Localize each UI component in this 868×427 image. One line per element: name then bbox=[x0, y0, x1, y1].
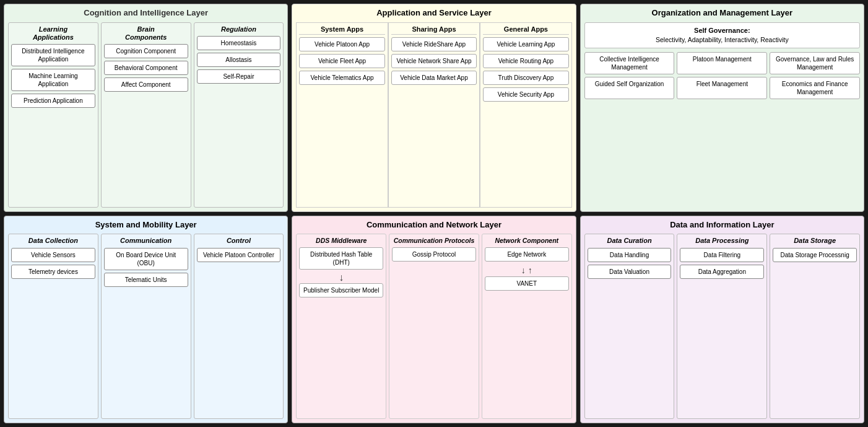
general-apps-column: General Apps Vehicle Learning App Vehicl… bbox=[480, 22, 571, 208]
cognition-layer: Cognition and Intelligence Layer Learnin… bbox=[4, 4, 288, 212]
data-valuation-item: Data Valuation bbox=[588, 265, 672, 279]
economics-finance-item: Economics and Finance Management bbox=[770, 77, 860, 99]
learning-applications-column: LearningApplications Distributed Intelli… bbox=[8, 22, 98, 208]
communication-header: Communication bbox=[104, 237, 188, 245]
data-processing-column: Data Processing Data Filtering Data Aggr… bbox=[677, 234, 767, 419]
vehicle-security-app-item: Vehicle Security App bbox=[483, 87, 568, 102]
data-title: Data and Information Layer bbox=[584, 220, 860, 231]
org-grid: Collective Intelligence Management Plato… bbox=[584, 52, 860, 99]
system-layer: System and Mobility Layer Data Collectio… bbox=[4, 216, 288, 424]
machine-learning-item: Machine Learning Application bbox=[11, 69, 95, 91]
publisher-subscriber-item: Publisher Subscriber Model bbox=[299, 283, 383, 297]
comm-columns: DDS Middleware Distributed Hash Table (D… bbox=[296, 234, 571, 419]
sharing-apps-column: Sharing Apps Vehicle RideShare App Vehic… bbox=[388, 22, 480, 208]
truth-discovery-app-item: Truth Discovery App bbox=[483, 71, 568, 85]
system-apps-column: System Apps Vehicle Platoon App Vehicle … bbox=[296, 22, 388, 208]
control-header: Control bbox=[197, 237, 281, 245]
communication-layer: Communication and Network Layer DDS Midd… bbox=[292, 216, 576, 424]
allostasis-item: Allostasis bbox=[197, 53, 281, 67]
data-processing-header: Data Processing bbox=[680, 237, 764, 245]
guided-self-org-item: Guided Self Organization bbox=[584, 77, 675, 99]
data-collection-column: Data Collection Vehicle Sensors Telemetr… bbox=[8, 234, 98, 419]
vehicle-network-share-item: Vehicle Network Share App bbox=[391, 54, 477, 68]
system-title: System and Mobility Layer bbox=[8, 220, 284, 231]
comm-protocols-header: Communication Protocols bbox=[392, 237, 476, 245]
gossip-protocol-item: Gossip Protocol bbox=[392, 247, 476, 262]
self-governance-box: Self Governance: Selectivity, Adaptabili… bbox=[584, 22, 860, 48]
application-title: Application and Service Layer bbox=[296, 8, 571, 19]
brain-components-column: BrainComponents Cognition Component Beha… bbox=[101, 22, 191, 208]
telemetry-devices-item: Telemetry devices bbox=[11, 265, 95, 279]
vehicle-sensors-item: Vehicle Sensors bbox=[11, 248, 95, 262]
data-curation-column: Data Curation Data Handling Data Valuati… bbox=[584, 234, 675, 419]
bidirectional-arrow-icon: ↓ ↑ bbox=[485, 265, 569, 275]
vehicle-telematics-app-item: Vehicle Telematics App bbox=[299, 71, 384, 85]
behavioral-component-item: Behavioral Component bbox=[104, 61, 188, 75]
regulation-column: Regulation Homeostasis Allostasis Self-R… bbox=[194, 22, 284, 208]
data-storage-column: Data Storage Data Storage Processnig bbox=[770, 234, 860, 419]
vehicle-learning-app-item: Vehicle Learning App bbox=[483, 37, 568, 51]
application-columns: System Apps Vehicle Platoon App Vehicle … bbox=[296, 22, 571, 208]
distributed-intelligence-item: Distributed Intelligence Application bbox=[11, 44, 95, 66]
homeostasis-item: Homeostasis bbox=[197, 36, 281, 50]
dht-item: Distributed Hash Table (DHT) bbox=[299, 247, 383, 270]
data-storage-header: Data Storage bbox=[773, 237, 857, 245]
obu-item: On Board Device Unit (OBU) bbox=[104, 248, 188, 270]
network-component-header: Network Component bbox=[485, 237, 569, 245]
learning-applications-header: LearningApplications bbox=[11, 25, 95, 42]
organization-title: Organization and Management Layer bbox=[584, 8, 860, 19]
collective-intelligence-item: Collective Intelligence Management bbox=[584, 52, 675, 74]
data-collection-header: Data Collection bbox=[11, 237, 95, 245]
fleet-management-item: Fleet Management bbox=[677, 77, 767, 99]
data-filtering-item: Data Filtering bbox=[680, 248, 764, 262]
communication-title: Communication and Network Layer bbox=[296, 220, 571, 231]
vehicle-rideshare-item: Vehicle RideShare App bbox=[391, 37, 477, 51]
system-apps-header: System Apps bbox=[299, 25, 384, 35]
vehicle-platoon-app-item: Vehicle Platoon App bbox=[299, 37, 384, 51]
data-layer: Data and Information Layer Data Curation… bbox=[580, 216, 864, 424]
vehicle-fleet-app-item: Vehicle Fleet App bbox=[299, 54, 384, 68]
comm-protocols-column: Communication Protocols Gossip Protocol bbox=[389, 234, 479, 419]
general-apps-header: General Apps bbox=[483, 25, 568, 35]
prediction-item: Prediction Application bbox=[11, 94, 95, 108]
system-columns: Data Collection Vehicle Sensors Telemetr… bbox=[8, 234, 284, 419]
vehicle-data-market-item: Vehicle Data Market App bbox=[391, 71, 477, 85]
data-handling-item: Data Handling bbox=[588, 248, 672, 262]
governance-text: Selectivity, Adaptability, Interactivity… bbox=[656, 36, 789, 43]
sharing-apps-header: Sharing Apps bbox=[391, 25, 477, 35]
down-arrow-icon: ↓ bbox=[299, 273, 383, 283]
cognition-columns: LearningApplications Distributed Intelli… bbox=[8, 22, 284, 208]
brain-components-header: BrainComponents bbox=[104, 25, 188, 42]
regulation-header: Regulation bbox=[197, 25, 281, 33]
communication-column: Communication On Board Device Unit (OBU)… bbox=[101, 234, 191, 419]
self-repair-item: Self-Repair bbox=[197, 69, 281, 84]
data-curation-header: Data Curation bbox=[588, 237, 672, 245]
network-component-column: Network Component Edge Network ↓ ↑ VANET bbox=[482, 234, 572, 419]
dds-header: DDS Middleware bbox=[299, 237, 383, 245]
dds-middleware-column: DDS Middleware Distributed Hash Table (D… bbox=[296, 234, 386, 419]
vehicle-platoon-controller-item: Vehicle Platoon Controller bbox=[197, 248, 281, 262]
vanet-item: VANET bbox=[485, 276, 569, 291]
cognition-component-item: Cognition Component bbox=[104, 44, 188, 58]
data-storage-processing-item: Data Storage Processnig bbox=[773, 248, 857, 262]
application-layer: Application and Service Layer System App… bbox=[292, 4, 576, 212]
telematic-units-item: Telematic Units bbox=[104, 273, 188, 287]
data-columns: Data Curation Data Handling Data Valuati… bbox=[584, 234, 860, 419]
governance-title: Self Governance: bbox=[694, 27, 750, 34]
control-column: Control Vehicle Platoon Controller bbox=[194, 234, 284, 419]
cognition-title: Cognition and Intelligence Layer bbox=[8, 8, 284, 19]
vehicle-routing-app-item: Vehicle Routing App bbox=[483, 54, 568, 68]
governance-law-item: Governance, Law and Rules Management bbox=[770, 52, 860, 74]
edge-network-item: Edge Network bbox=[485, 247, 569, 262]
organization-layer: Organization and Management Layer Self G… bbox=[580, 4, 864, 212]
affect-component-item: Affect Component bbox=[104, 77, 188, 92]
data-aggregation-item: Data Aggregation bbox=[680, 265, 764, 279]
platoon-management-item: Platoon Management bbox=[677, 52, 767, 74]
